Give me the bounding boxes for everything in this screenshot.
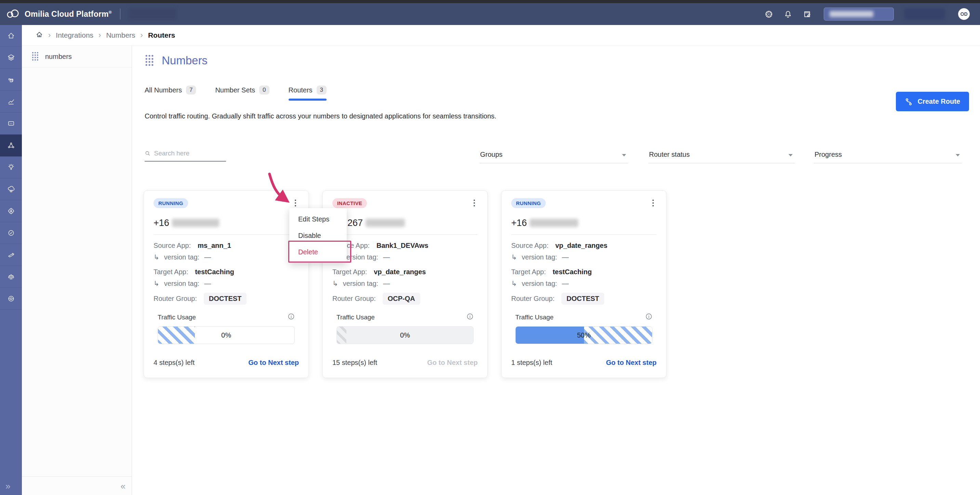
breadcrumb-item-integrations[interactable]: Integrations [56,31,93,39]
router-group-label: Router Group: [332,295,376,303]
router-group-value: DOCTEST [204,293,247,305]
target-app-label: Target App: [154,266,188,278]
kebab-menu-button[interactable] [650,198,657,208]
breadcrumb-item-routers: Routers [148,31,175,39]
rail-item-tools[interactable] [0,244,22,266]
status-badge: RUNNING [511,198,546,208]
registered-mark: ® [109,10,112,15]
rail-item-cloud[interactable] [0,178,22,200]
badge-check-icon [7,229,15,237]
pen-tool-icon [7,251,15,259]
rail-item-admin[interactable] [0,200,22,222]
source-app-label: Source App: [154,240,191,252]
status-badge: INACTIVE [332,198,367,208]
version-tag-label: version tag: [522,252,557,263]
rail-item-home[interactable] [0,25,22,47]
disc-icon [7,295,15,303]
main-content: Numbers All Numbers 7 Number Sets 0 Rout… [132,46,980,495]
rail-item-analytics[interactable] [0,91,22,113]
traffic-progress-bar: 0% [336,326,474,344]
sidebar-item-numbers[interactable]: numbers [22,46,132,67]
network-icon [7,141,15,149]
info-icon[interactable] [466,313,474,321]
tab-number-sets[interactable]: Number Sets 0 [215,86,269,101]
branch-arrow-icon: ↳ [154,252,159,263]
tab-count-badge: 3 [317,86,326,94]
version-tag-value: — [383,278,390,289]
traffic-usage-section: Traffic Usage 0% [154,313,299,344]
info-icon[interactable] [645,313,652,321]
breadcrumb: › Integrations › Numbers › Routers [22,25,980,46]
branch-arrow-icon: ↳ [332,278,338,289]
divider [154,235,299,235]
traffic-usage-section: Traffic Usage 50% [511,313,657,344]
tab-all-numbers[interactable]: All Numbers 7 [145,86,196,101]
breadcrumb-home-icon[interactable] [35,31,43,40]
router-status-select-label: Router status [649,151,690,158]
branch-arrow-icon: ↳ [511,278,517,289]
search-box [145,149,226,161]
go-to-next-step-link[interactable]: Go to Next step [606,359,657,367]
groups-select[interactable]: Groups [479,148,628,163]
progress-select[interactable]: Progress [814,148,962,163]
progress-percent: 0% [158,327,294,344]
target-app-value: testCaching [552,266,592,278]
breadcrumb-item-numbers[interactable]: Numbers [106,31,135,39]
lightbulb-icon [7,163,15,171]
traffic-progress-bar: 0% [158,326,295,344]
menu-item-delete[interactable]: Delete [289,244,347,260]
branch-arrow-icon: ↳ [154,278,159,289]
create-route-button[interactable]: Create Route [896,92,969,111]
traffic-usage-label: Traffic Usage [336,314,375,321]
notifications-bell-icon[interactable] [783,10,792,19]
rail-item-certification[interactable] [0,222,22,244]
brand-name: Omilia Cloud Platform® [25,10,112,19]
steps-left-text: 15 steps(s) left [332,359,377,367]
version-tag-value: — [562,278,569,289]
search-input[interactable] [154,149,226,158]
menu-item-disable[interactable]: Disable [289,227,347,244]
settings-cog-icon[interactable] [764,10,773,19]
redacted-phone-digits [172,219,219,227]
topbar-divider [120,8,120,19]
panel-collapse-chevron[interactable]: « [121,481,126,492]
create-route-label: Create Route [918,97,960,105]
status-badge: RUNNING [154,198,188,208]
source-app-value: ms_ann_1 [198,240,231,252]
breadcrumb-separator: › [99,31,101,40]
rail-item-records[interactable] [0,288,22,310]
router-status-select[interactable]: Router status [648,148,795,163]
menu-item-edit-steps[interactable]: Edit Steps [289,211,347,227]
kebab-menu-button[interactable] [471,198,478,208]
version-tag-label: version tag: [343,278,378,289]
version-tag-value: — [562,252,569,263]
user-avatar[interactable]: OD [958,8,970,20]
route-icon [905,97,913,106]
kebab-menu-button[interactable] [292,198,299,208]
release-notes-icon[interactable] [803,10,811,19]
info-icon[interactable] [288,313,295,321]
tabs: All Numbers 7 Number Sets 0 Routers 3 [145,86,326,101]
secondary-sidebar: numbers « [22,46,132,495]
account-selector[interactable] [824,8,894,21]
rail-item-dialogs[interactable] [0,113,22,134]
rail-item-governance[interactable] [0,266,22,288]
rail-item-layers[interactable] [0,47,22,69]
chevron-down-icon [956,154,960,156]
router-group-label: Router Group: [154,295,197,303]
tab-label: Routers [289,86,313,94]
window-chrome-strip [0,0,980,3]
phone-number: +16 [511,217,657,228]
divider [332,235,478,235]
brand: Omilia Cloud Platform® [5,8,112,20]
rail-item-insights[interactable] [0,156,22,178]
tab-routers[interactable]: Routers 3 [289,86,327,101]
rail-expand-chevron[interactable]: » [5,481,10,492]
rail-item-blocks[interactable] [0,69,22,91]
go-to-next-step-link[interactable]: Go to Next step [248,359,299,367]
redacted-text [129,8,177,19]
scale-icon [7,273,15,281]
sidebar-item-label: numbers [45,53,72,61]
router-cards: RUNNING +16 Source App:ms_ann_1 ↳version… [144,190,667,378]
rail-item-network-active[interactable] [0,134,22,156]
